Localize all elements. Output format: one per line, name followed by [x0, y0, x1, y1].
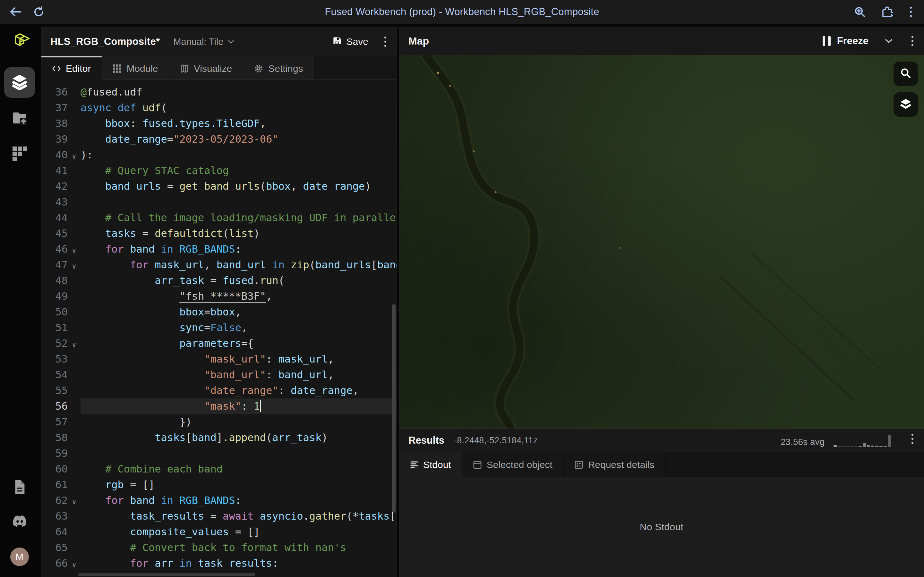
code-line-38[interactable]: 38 bbox: fused.types.TileGDF, — [41, 116, 397, 131]
code-line-54[interactable]: 54 "band_url": band_url, — [41, 367, 397, 383]
text-cursor — [260, 400, 261, 412]
spark-bar — [875, 446, 879, 447]
fold-gutter — [68, 107, 81, 109]
rail-apps-button[interactable] — [4, 139, 35, 169]
document-icon — [13, 490, 27, 496]
tab-selected-object[interactable]: Selected object — [462, 452, 564, 477]
editor-horizontal-scrollbar[interactable] — [78, 573, 255, 576]
rail-docs-button[interactable] — [13, 480, 27, 496]
code-line-44[interactable]: 44 # Call the image loading/masking UDF … — [41, 210, 397, 226]
code-lines: 36@fused.udf37async def udf(38 bbox: fus… — [41, 84, 397, 571]
code-line-53[interactable]: 53 "mask_url": mask_url, — [41, 351, 397, 367]
map-chevron-down-icon[interactable] — [885, 39, 892, 43]
code-line-55[interactable]: 55 "date_range": date_range, — [41, 383, 397, 398]
window-icon — [473, 461, 481, 469]
rail-discord-button[interactable] — [11, 514, 28, 530]
fold-chevron-icon[interactable]: ∨ — [68, 554, 81, 572]
spark-bar — [879, 446, 883, 447]
tab-visualize[interactable]: Visualize — [170, 56, 244, 80]
browser-topbar: Fused Workbench (prod) - Workbench HLS_R… — [0, 0, 924, 24]
code-line-46[interactable]: 46∨ for band in RGB_BANDS: — [41, 242, 397, 257]
fold-gutter — [68, 405, 81, 408]
run-mode-dropdown[interactable]: Manual: Tile — [173, 37, 234, 47]
tab-settings[interactable]: Settings — [243, 56, 314, 80]
code-line-42[interactable]: 42 band_urls = get_band_urls(bbox, date_… — [41, 179, 397, 194]
tab-module[interactable]: Module — [102, 56, 169, 80]
back-icon[interactable] — [10, 7, 21, 17]
code-line-45[interactable]: 45 tasks = defaultdict(list) — [41, 226, 397, 242]
spark-bar — [888, 435, 891, 447]
save-button[interactable]: Save — [332, 35, 368, 48]
code-line-61[interactable]: 61 rgb = [] — [41, 477, 397, 493]
map-menu-icon[interactable] — [910, 35, 915, 47]
map-panel: Map Freeze — [399, 27, 924, 577]
extensions-icon[interactable] — [881, 6, 893, 18]
tab-request-details[interactable]: Request details — [564, 452, 666, 477]
rail-add-folder-button[interactable] — [4, 103, 35, 134]
tab-stdout[interactable]: Stdout — [399, 452, 462, 477]
code-editor[interactable]: 36@fused.udf37async def udf(38 bbox: fus… — [41, 80, 397, 577]
save-icon — [332, 35, 342, 48]
zoom-in-icon[interactable] — [854, 6, 866, 18]
spark-bar — [838, 446, 841, 447]
freeze-button[interactable]: Freeze — [822, 35, 869, 47]
fold-gutter — [68, 311, 81, 314]
fold-chevron-icon[interactable]: ∨ — [68, 492, 81, 510]
fold-gutter — [68, 122, 81, 125]
code-line-37[interactable]: 37async def udf( — [41, 100, 397, 116]
discord-icon — [11, 524, 28, 529]
editor-vertical-scrollbar[interactable] — [392, 304, 396, 513]
fold-gutter — [68, 421, 81, 424]
map-canvas[interactable] — [399, 55, 924, 429]
code-line-49[interactable]: 49 "fsh_*****B3F", — [41, 288, 397, 304]
module-grid-icon — [113, 64, 121, 73]
spark-bar — [871, 446, 874, 447]
browser-menu-icon[interactable] — [909, 5, 913, 18]
fold-chevron-icon[interactable]: ∨ — [68, 146, 81, 164]
code-line-48[interactable]: 48 arr_task = fused.run( — [41, 273, 397, 288]
code-line-57[interactable]: 57 }) — [41, 414, 397, 430]
stdout-panel: No Stdout — [399, 477, 924, 577]
refresh-icon[interactable] — [33, 6, 44, 17]
code-line-65[interactable]: 65 # Convert back to format with nan's — [41, 540, 397, 556]
fold-gutter — [68, 484, 81, 486]
code-line-47[interactable]: 47∨ for mask_url, band_url in zip(band_u… — [41, 257, 397, 273]
code-line-43[interactable]: 43 — [41, 194, 397, 210]
code-line-40[interactable]: 40∨): — [41, 147, 397, 163]
fold-gutter — [68, 217, 81, 219]
user-avatar[interactable]: M — [10, 548, 29, 566]
code-line-52[interactable]: 52∨ parameters={ — [41, 335, 397, 351]
code-line-64[interactable]: 64 composite_values = [] — [41, 524, 397, 540]
workbench-tabbar: Editor Module Visualize — [41, 56, 397, 80]
results-menu-icon[interactable] — [910, 432, 915, 445]
code-line-50[interactable]: 50 bbox=bbox, — [41, 304, 397, 320]
code-line-60[interactable]: 60 # Combine each band — [41, 461, 397, 477]
fold-gutter — [68, 390, 81, 392]
fold-chevron-icon[interactable]: ∨ — [68, 256, 81, 274]
code-line-41[interactable]: 41 # Query STAC catalog — [41, 163, 397, 179]
code-line-59[interactable]: 59 — [41, 446, 397, 461]
code-line-39[interactable]: 39 date_range="2023-05/2023-06" — [41, 131, 397, 147]
code-line-51[interactable]: 51 sync=False, — [41, 320, 397, 335]
code-line-58[interactable]: 58 tasks[band].append(arr_task) — [41, 430, 397, 446]
rail-layers-button[interactable] — [4, 67, 35, 98]
code-line-62[interactable]: 62∨ for band in RGB_BANDS: — [41, 493, 397, 508]
code-line-66[interactable]: 66∨ for arr in task_results: — [41, 556, 397, 571]
fused-logo-icon[interactable] — [9, 32, 30, 52]
tab-visualize-label: Visualize — [194, 63, 232, 74]
fold-gutter — [68, 327, 81, 329]
map-layers-button[interactable] — [893, 92, 918, 117]
code-line-63[interactable]: 63 task_results = await asyncio.gather(*… — [41, 508, 397, 524]
fold-chevron-icon[interactable]: ∨ — [68, 334, 81, 353]
map-search-button[interactable] — [893, 61, 918, 86]
app-window: Fused Workbench (prod) - Workbench HLS_R… — [0, 0, 924, 577]
udf-menu-icon[interactable] — [383, 35, 388, 48]
code-line-36[interactable]: 36@fused.udf — [41, 84, 397, 100]
tab-editor[interactable]: Editor — [41, 56, 102, 80]
code-line-56[interactable]: 56 "mask": 1 — [41, 398, 397, 414]
spark-bar — [842, 446, 845, 447]
fold-gutter — [68, 452, 81, 455]
tab-editor-label: Editor — [66, 63, 91, 74]
fold-gutter — [68, 91, 81, 93]
fold-gutter — [68, 531, 81, 533]
